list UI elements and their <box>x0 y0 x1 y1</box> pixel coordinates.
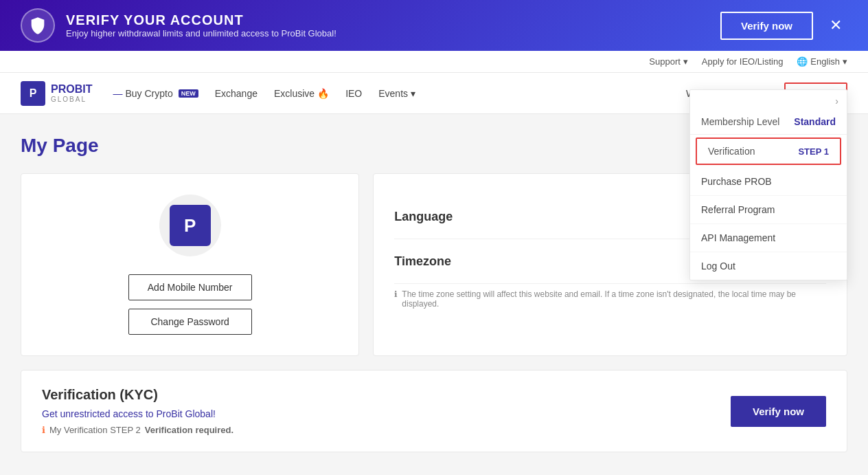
verification-dropdown-value: STEP 1 <box>798 146 829 157</box>
verification-warning: ℹ My Verification STEP 2 Verification re… <box>42 425 233 435</box>
dropdown-item-referral[interactable]: Referral Program <box>690 196 847 224</box>
chevron-down-icon: ▾ <box>843 56 847 67</box>
logo-icon: P <box>21 81 45 106</box>
verification-tagline: Get unrestricted access to ProBit Global… <box>42 408 233 419</box>
chevron-down-icon: ▾ <box>683 56 688 67</box>
add-mobile-button[interactable]: Add Mobile Number <box>128 274 252 300</box>
membership-value: Standard <box>794 116 836 127</box>
verification-dropdown-label: Verification <box>708 146 755 157</box>
banner-text: VERIFY YOUR ACCOUNT Enjoy higher withdra… <box>66 12 336 38</box>
membership-row: Membership Level Standard <box>690 109 847 135</box>
timezone-label: Timezone <box>394 254 451 269</box>
dropdown-menu: › Membership Level Standard Verification… <box>689 89 847 280</box>
profile-actions: Add Mobile Number Change Password <box>42 274 338 335</box>
warning-icon: ℹ <box>42 425 45 435</box>
chevron-down-icon: ▾ <box>411 88 415 99</box>
fire-icon: 🔥 <box>317 88 329 99</box>
avatar-wrapper: P <box>42 195 338 256</box>
dropdown-arrow-icon: › <box>690 90 847 109</box>
banner-right: Verify now ✕ <box>720 12 847 40</box>
language-label: Language <box>394 210 453 224</box>
nav-links: — Buy Crypto NEW Exchange Exclusive 🔥 IE… <box>113 88 415 99</box>
globe-icon: 🌐 <box>797 56 808 67</box>
profile-card: P Add Mobile Number Change Password <box>21 173 359 356</box>
nav-ieo[interactable]: IEO <box>345 88 362 99</box>
membership-label: Membership Level <box>701 116 779 127</box>
nav-events[interactable]: Events ▾ <box>378 88 415 99</box>
banner-title: VERIFY YOUR ACCOUNT <box>66 12 336 28</box>
apply-ieo-link[interactable]: Apply for IEO/Listing <box>702 56 784 67</box>
nav-exchange[interactable]: Exchange <box>215 88 258 99</box>
logo-text: PROBIT GLOBAL <box>51 83 92 103</box>
banner-subtitle: Enjoy higher withdrawal limits and unlim… <box>66 28 336 38</box>
nav-exclusive[interactable]: Exclusive 🔥 <box>274 88 329 99</box>
verification-title: Verification (KYC) <box>42 387 233 403</box>
logo[interactable]: P PROBIT GLOBAL <box>21 81 92 106</box>
change-password-button[interactable]: Change Password <box>128 309 252 335</box>
sub-header: Support ▾ Apply for IEO/Listing 🌐 Englis… <box>0 51 868 73</box>
info-icon: ℹ <box>394 289 398 299</box>
verify-banner: VERIFY YOUR ACCOUNT Enjoy higher withdra… <box>0 0 868 51</box>
verification-verify-button[interactable]: Verify now <box>731 396 826 427</box>
shield-icon <box>21 8 55 43</box>
dropdown-item-purchase[interactable]: Purchase PROB <box>690 168 847 196</box>
avatar: P <box>159 195 221 256</box>
verification-dropdown-row[interactable]: Verification STEP 1 <box>696 137 841 165</box>
banner-close-button[interactable]: ✕ <box>824 14 847 37</box>
banner-verify-button[interactable]: Verify now <box>720 12 813 40</box>
nav-left: P PROBIT GLOBAL — Buy Crypto NEW Exchang… <box>21 81 415 106</box>
nav-buy-crypto[interactable]: — Buy Crypto NEW <box>113 88 198 99</box>
avatar-icon: P <box>170 205 211 246</box>
timezone-notice: ℹ The time zone setting will affect this… <box>394 284 826 309</box>
dropdown-item-api[interactable]: API Management <box>690 224 847 252</box>
language-selector[interactable]: 🌐 English ▾ <box>797 56 847 67</box>
verification-section: Verification (KYC) Get unrestricted acce… <box>21 370 847 452</box>
banner-left: VERIFY YOUR ACCOUNT Enjoy higher withdra… <box>21 8 336 43</box>
dropdown-item-logout[interactable]: Log Out <box>690 252 847 280</box>
support-link[interactable]: Support ▾ <box>649 56 688 67</box>
verification-left: Verification (KYC) Get unrestricted acce… <box>42 387 233 435</box>
